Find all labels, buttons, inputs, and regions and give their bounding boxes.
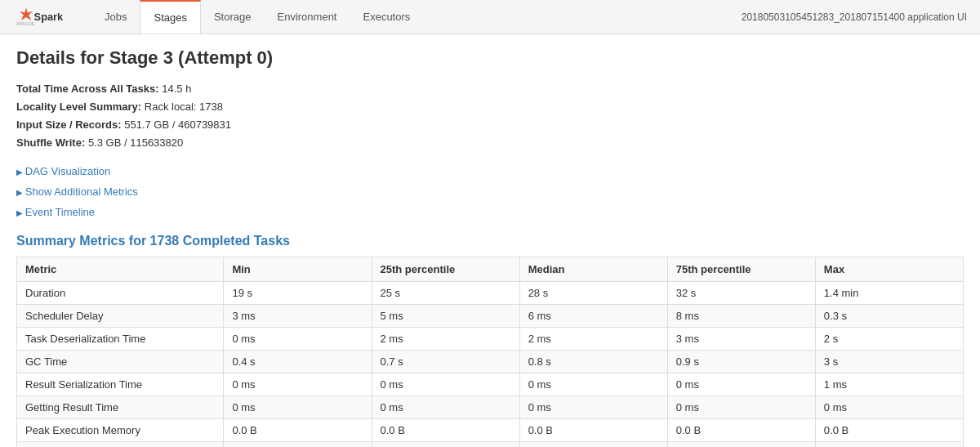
summary-title-prefix: Summary Metrics for: [16, 234, 150, 248]
meta-total-time-value: 14.5 h: [162, 83, 191, 95]
cell-metric-value: 321.6 MB / 262154: [667, 442, 815, 447]
table-row: Getting Result Time0 ms0 ms0 ms0 ms0 ms: [17, 396, 964, 419]
cell-metric-name: Result Serialization Time: [17, 373, 224, 396]
meta-locality-label: Locality Level Summary:: [16, 101, 141, 113]
nav-links: Jobs Stages Storage Environment Executor…: [91, 0, 742, 34]
dag-visualization-link[interactable]: DAG Visualization: [16, 162, 964, 182]
cell-metric-value: 5 ms: [372, 305, 519, 328]
nav-storage[interactable]: Storage: [201, 0, 265, 34]
cell-metric-name: Input Size / Records: [17, 442, 224, 447]
meta-shuffle-write-value: 5.3 GB / 115633820: [88, 136, 183, 149]
cell-metric-value: 256.6 MB / 209060: [224, 442, 372, 447]
nav-jobs[interactable]: Jobs: [91, 0, 140, 34]
table-header-row: Metric Min 25th percentile Median 75th p…: [17, 257, 964, 282]
cell-metric-value: 0.0 B: [224, 419, 372, 442]
cell-metric-value: 0.0 B: [519, 419, 667, 442]
meta-input-size-value: 551.7 GB / 460739831: [124, 118, 231, 131]
table-row: Peak Execution Memory0.0 B0.0 B0.0 B0.0 …: [17, 419, 964, 442]
cell-metric-value: 0 ms: [224, 373, 372, 396]
show-additional-metrics-link[interactable]: Show Additional Metrics: [16, 182, 964, 203]
cell-metric-value: 28 s: [519, 282, 667, 305]
cell-metric-value: 1 ms: [815, 373, 963, 396]
svg-text:Spark: Spark: [34, 11, 64, 23]
cell-metric-value: 1.4 min: [815, 282, 963, 305]
col-median: Median: [519, 257, 667, 282]
metrics-table: Metric Min 25th percentile Median 75th p…: [16, 257, 964, 447]
nav-executors[interactable]: Executors: [350, 0, 423, 34]
cell-metric-value: 0.0 B: [667, 419, 815, 442]
cell-metric-value: 3 ms: [224, 305, 372, 328]
app-id: 20180503105451283_201807151400 applicati…: [742, 11, 967, 23]
cell-metric-value: 32 s: [667, 282, 815, 305]
cell-metric-value: 8 ms: [667, 305, 815, 328]
cell-metric-value: 2 ms: [372, 328, 519, 351]
table-row: Duration19 s25 s28 s32 s1.4 min: [17, 282, 964, 305]
cell-metric-name: Task Deserialization Time: [17, 328, 224, 351]
navbar: Spark APACHE Jobs Stages Storage Environ…: [0, 0, 980, 34]
event-timeline-link[interactable]: Event Timeline: [16, 203, 964, 223]
main-content: Details for Stage 3 (Attempt 0) Total Ti…: [0, 34, 980, 447]
spark-logo-icon: Spark APACHE: [13, 5, 72, 29]
cell-metric-value: 6 ms: [519, 305, 667, 328]
spark-star-icon: [20, 7, 33, 20]
table-row: GC Time0.4 s0.7 s0.8 s0.9 s3 s: [17, 351, 964, 373]
action-links: DAG Visualization Show Additional Metric…: [16, 162, 964, 222]
cell-metric-name: Getting Result Time: [17, 396, 224, 419]
cell-metric-value: 0.9 s: [667, 351, 815, 373]
meta-locality: Locality Level Summary: Rack local: 1738: [16, 98, 964, 116]
summary-count[interactable]: 1738: [150, 234, 180, 248]
col-metric: Metric: [17, 257, 224, 282]
cell-metric-value: 0 ms: [372, 373, 519, 396]
cell-metric-value: 0 ms: [519, 373, 667, 396]
cell-metric-value: 0 ms: [224, 396, 372, 419]
cell-metric-value: 3 s: [815, 351, 963, 373]
page-title: Details for Stage 3 (Attempt 0): [16, 47, 964, 69]
cell-metric-value: 0 ms: [372, 396, 519, 419]
cell-metric-value: 0.8 s: [519, 351, 667, 373]
nav-stages[interactable]: Stages: [140, 0, 200, 34]
cell-metric-value: 0.7 s: [372, 351, 519, 373]
table-row: Input Size / Records256.6 MB / 209060313…: [17, 442, 964, 447]
meta-shuffle-write: Shuffle Write: 5.3 GB / 115633820: [16, 134, 964, 152]
cell-metric-value: 3 ms: [667, 328, 815, 351]
cell-metric-name: Duration: [17, 282, 224, 305]
meta-block: Total Time Across All Tasks: 14.5 h Loca…: [16, 80, 964, 152]
summary-title-suffix: Completed Tasks: [179, 234, 290, 248]
cell-metric-value: 0.0 B: [372, 419, 519, 442]
cell-metric-name: Peak Execution Memory: [17, 419, 224, 442]
cell-metric-value: 0.0 B: [815, 419, 963, 442]
table-row: Scheduler Delay3 ms5 ms6 ms8 ms0.3 s: [17, 305, 964, 328]
cell-metric-value: 2 ms: [519, 328, 667, 351]
cell-metric-value: 19 s: [224, 282, 372, 305]
cell-metric-value: 0 ms: [667, 373, 815, 396]
cell-metric-value: 2 s: [815, 328, 963, 351]
col-75th: 75th percentile: [667, 257, 815, 282]
cell-metric-name: GC Time: [17, 351, 224, 373]
table-row: Result Serialization Time0 ms0 ms0 ms0 m…: [17, 373, 964, 396]
cell-metric-value: 0 ms: [519, 396, 667, 419]
cell-metric-value: 317.6 MB / 258986: [519, 442, 667, 447]
meta-total-time: Total Time Across All Tasks: 14.5 h: [16, 80, 964, 98]
summary-section-title: Summary Metrics for 1738 Completed Tasks: [16, 234, 964, 248]
svg-text:APACHE: APACHE: [16, 21, 35, 26]
meta-input-size-label: Input Size / Records:: [16, 118, 122, 131]
cell-metric-value: 0 ms: [667, 396, 815, 419]
cell-metric-name: Scheduler Delay: [17, 305, 224, 328]
table-row: Task Deserialization Time0 ms2 ms2 ms3 m…: [17, 328, 964, 351]
cell-metric-value: 0 ms: [224, 328, 372, 351]
meta-shuffle-write-label: Shuffle Write:: [16, 136, 85, 149]
cell-metric-value: 25 s: [372, 282, 519, 305]
cell-metric-value: 0.4 s: [224, 351, 372, 373]
cell-metric-value: 512.3 MB / 417325: [815, 442, 963, 447]
cell-metric-value: 0.3 s: [815, 305, 963, 328]
brand-logo: Spark APACHE: [13, 5, 72, 29]
meta-locality-value: Rack local: 1738: [145, 101, 223, 113]
col-max: Max: [815, 257, 963, 282]
col-25th: 25th percentile: [372, 257, 519, 282]
cell-metric-value: 313.4 MB / 255801: [372, 442, 519, 447]
meta-input-size: Input Size / Records: 551.7 GB / 4607398…: [16, 116, 964, 134]
meta-total-time-label: Total Time Across All Tasks:: [16, 83, 159, 95]
col-min: Min: [224, 257, 372, 282]
nav-environment[interactable]: Environment: [265, 0, 350, 34]
cell-metric-value: 0 ms: [815, 396, 963, 419]
